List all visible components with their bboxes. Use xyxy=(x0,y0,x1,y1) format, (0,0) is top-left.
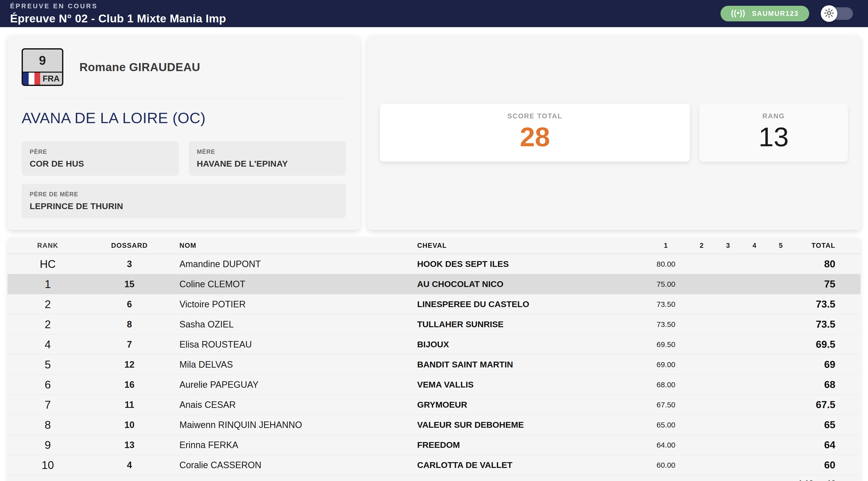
broadcast-icon: ((•)) xyxy=(731,8,745,18)
france-flag-icon xyxy=(23,72,40,85)
column-header-cheval[interactable]: CHEVAL xyxy=(410,242,643,249)
cell-dossard: 15 xyxy=(88,279,171,290)
column-header-1[interactable]: 1 xyxy=(643,242,688,249)
cell-dossard: 6 xyxy=(88,299,171,310)
rider-bib: 9 FRA xyxy=(22,48,63,86)
cell-total: 65 xyxy=(794,419,861,430)
table-row[interactable]: 512Mila DELVASBANDIT SAINT MARTIN69.0069 xyxy=(7,355,861,375)
cell-dossard: 8 xyxy=(88,319,171,330)
cell-dossard: 12 xyxy=(88,359,171,370)
cell-total: 80 xyxy=(794,258,861,270)
table-row[interactable]: 115Coline CLEMOTAU CHOCOLAT NICO75.0075 xyxy=(7,274,861,294)
cell-rank: 7 xyxy=(7,398,88,411)
current-rider-card: 9 FRA Romane GIRAUDEAU AVANA DE LA LOIRE… xyxy=(7,35,360,230)
table-row[interactable]: 104Coralie CASSERONCARLOTTA DE VALLET60.… xyxy=(7,455,861,475)
event-status-kicker: ÉPREUVE EN COURS xyxy=(10,2,226,10)
cell-cheval: FREEDOM xyxy=(410,440,643,450)
results-table-body: HC3Amandine DUPONTHOOK DES SEPT ILES80.0… xyxy=(7,254,861,475)
cell-total: 60 xyxy=(794,459,861,471)
rank-card: RANG 13 xyxy=(700,104,848,161)
cell-s1: 73.50 xyxy=(643,320,688,329)
cell-total: 64 xyxy=(794,439,861,451)
cell-total: 68 xyxy=(794,379,861,390)
column-header-3[interactable]: 3 xyxy=(715,242,741,249)
cell-rank: 6 xyxy=(7,379,88,391)
table-row[interactable]: 28Sasha OZIELTULLAHER SUNRISE73.5073.5 xyxy=(7,314,861,334)
cell-nom: Mila DELVAS xyxy=(171,359,410,370)
horse-name: AVANA DE LA LOIRE (OC) xyxy=(22,109,346,127)
score-total-label: SCORE TOTAL xyxy=(507,112,562,120)
cell-nom: Victoire POTIER xyxy=(171,299,410,310)
cell-nom: Sasha OZIEL xyxy=(171,319,410,330)
cell-s1: 69.00 xyxy=(643,360,688,369)
table-row[interactable]: 711Anais CESARGRYMOEUR67.5067.5 xyxy=(7,395,861,415)
cell-s1: 64.00 xyxy=(643,441,688,449)
cell-total: 69.5 xyxy=(794,339,861,350)
score-total-card: SCORE TOTAL 28 xyxy=(380,104,690,161)
cell-cheval: LINESPEREE DU CASTELO xyxy=(410,299,643,309)
cell-s1: 69.50 xyxy=(643,340,688,349)
cell-nom: Anais CESAR xyxy=(171,399,410,410)
pedigree-label: PÈRE xyxy=(30,148,170,155)
column-header-nom[interactable]: NOM xyxy=(171,242,410,249)
divider xyxy=(22,98,346,98)
table-row[interactable]: 26Victoire POTIERLINESPEREE DU CASTELO73… xyxy=(7,294,861,314)
cell-s1: 75.00 xyxy=(643,280,688,289)
column-header-5[interactable]: 5 xyxy=(768,242,794,249)
column-header-dossard[interactable]: DOSSARD xyxy=(88,242,171,249)
pedigree-dam-box: MÈRE HAVANE DE L'EPINAY xyxy=(189,141,346,176)
cell-cheval: TULLAHER SUNRISE xyxy=(410,320,643,329)
cell-dossard: 16 xyxy=(88,380,171,390)
cell-cheval: VEMA VALLIS xyxy=(410,380,643,390)
table-row[interactable]: 47Elisa ROUSTEAUBIJOUX69.5069.5 xyxy=(7,334,861,355)
live-channel-badge[interactable]: ((•)) SAUMUR123 xyxy=(720,6,809,21)
bib-number: 9 xyxy=(23,50,62,72)
top-bar: ÉPREUVE EN COURS Épreuve N° 02 - Club 1 … xyxy=(0,0,868,27)
cell-nom: Erinna FERKA xyxy=(171,440,410,450)
table-row[interactable]: 616Aurelie PAPEGUAYVEMA VALLIS68.0068 xyxy=(7,375,861,395)
column-header-2[interactable]: 2 xyxy=(688,242,715,249)
sun-icon xyxy=(824,8,834,19)
cell-s1: 67.50 xyxy=(643,400,688,409)
cell-dossard: 4 xyxy=(88,460,171,471)
cell-dossard: 11 xyxy=(88,399,171,410)
cell-total: 67.5 xyxy=(794,399,861,410)
cell-total: 73.5 xyxy=(794,319,861,330)
cell-s1: 60.00 xyxy=(643,461,688,470)
pedigree-label: MÈRE xyxy=(197,148,338,155)
rank-label: RANG xyxy=(763,112,785,120)
table-row[interactable]: 913Erinna FERKAFREEDOM64.0064 xyxy=(7,435,861,455)
cell-cheval: BIJOUX xyxy=(410,339,643,349)
cell-nom: Coline CLEMOT xyxy=(171,279,410,290)
live-channel-label: SAUMUR123 xyxy=(752,10,799,18)
cell-s1: 65.00 xyxy=(643,421,688,429)
cell-rank: 2 xyxy=(7,318,88,331)
cell-dossard: 10 xyxy=(88,420,171,430)
column-header-4[interactable]: 4 xyxy=(741,242,768,249)
rank-value: 13 xyxy=(758,122,788,152)
theme-toggle[interactable] xyxy=(821,5,854,22)
cell-nom: Elisa ROUSTEAU xyxy=(171,339,410,350)
results-table: RANKDOSSARDNOMCHEVAL12345TOTAL HC3Amandi… xyxy=(7,238,861,481)
cell-total: 69 xyxy=(794,359,861,370)
cell-dossard: 13 xyxy=(88,440,171,450)
column-header-rank[interactable]: RANK xyxy=(7,242,88,249)
pedigree-label: PÈRE DE MÈRE xyxy=(30,191,338,198)
table-row[interactable]: 810Maiwenn RINQUIN JEHANNOVALEUR SUR DEB… xyxy=(7,415,861,435)
cell-total: 73.5 xyxy=(794,299,861,310)
theme-toggle-knob[interactable] xyxy=(821,5,837,22)
table-row[interactable]: HC3Amandine DUPONTHOOK DES SEPT ILES80.0… xyxy=(7,254,861,274)
pedigree-value: COR DE HUS xyxy=(30,159,170,169)
cell-cheval: HOOK DES SEPT ILES xyxy=(410,259,643,269)
cell-nom: Aurelie PAPEGUAY xyxy=(171,380,410,390)
rider-name: Romane GIRAUDEAU xyxy=(80,60,200,74)
cell-rank: 9 xyxy=(7,439,88,451)
cell-rank: 5 xyxy=(7,358,88,371)
cell-nom: Maiwenn RINQUIN JEHANNO xyxy=(171,420,410,430)
pedigree-value: LEPRINCE DE THURIN xyxy=(30,201,338,211)
score-total-value: 28 xyxy=(520,122,550,152)
cell-cheval: VALEUR SUR DEBOHEME xyxy=(410,420,643,430)
cell-s1: 68.00 xyxy=(643,381,688,389)
pagination-label: 1-16 sur 16 xyxy=(7,475,861,481)
column-header-total[interactable]: TOTAL xyxy=(794,242,861,249)
